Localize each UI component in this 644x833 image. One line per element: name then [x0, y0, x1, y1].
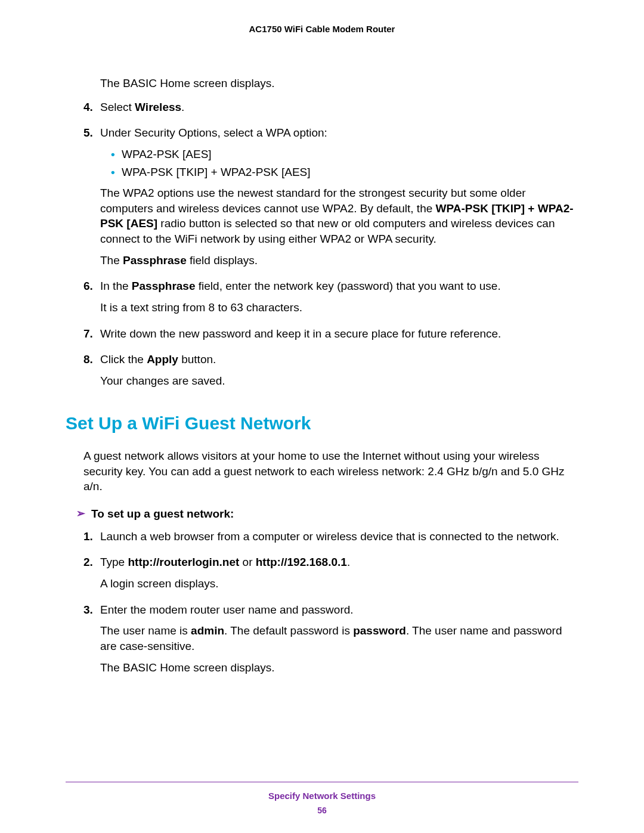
bullet-item: • WPA-PSK [TKIP] + WPA2-PSK [AES] — [111, 165, 578, 180]
guest-step-2: 2. Type http://routerlogin.net or http:/… — [66, 555, 578, 597]
text: radio button is selected so that new or … — [100, 217, 555, 245]
text: The user name is — [100, 624, 191, 637]
bold-text: password — [353, 624, 406, 637]
bold-text: Apply — [147, 353, 178, 366]
step-content: Type http://routerlogin.net or http://19… — [100, 555, 578, 597]
text: Enter the modem router user name and pas… — [100, 602, 578, 618]
text: field, enter the network key (password) … — [196, 280, 501, 292]
footer-page-number: 56 — [66, 806, 578, 815]
text: field displays. — [187, 254, 258, 267]
bullet-text: WPA2-PSK [AES] — [122, 147, 212, 162]
bold-text: http://routerlogin.net — [128, 556, 239, 568]
text: Select — [100, 101, 135, 113]
text: Your changes are saved. — [100, 373, 578, 389]
step-8: 8. Click the Apply button. Your changes … — [66, 352, 578, 394]
bullet-text: WPA-PSK [TKIP] + WPA2-PSK [AES] — [122, 165, 311, 180]
bold-text: Passphrase — [123, 254, 187, 267]
step-number: 7. — [83, 326, 100, 348]
text: Type — [100, 556, 128, 568]
bullet-icon: • — [111, 147, 122, 162]
text: In the — [100, 280, 132, 292]
footer-chapter: Specify Network Settings — [66, 791, 578, 801]
text: Launch a web browser from a computer or … — [100, 529, 578, 544]
text: It is a text string from 8 to 63 charact… — [100, 300, 578, 315]
step-number: 2. — [83, 555, 100, 597]
step-number: 8. — [83, 352, 100, 394]
step-7: 7. Write down the new password and keep … — [66, 326, 578, 348]
bold-text: http://192.168.0.1 — [256, 556, 347, 568]
step-number: 4. — [83, 100, 100, 121]
arrow-icon: ➢ — [76, 506, 85, 521]
step-number: 3. — [83, 602, 100, 682]
text: button. — [178, 353, 216, 366]
text: Click the — [100, 353, 147, 366]
step-content: Enter the modem router user name and pas… — [100, 602, 578, 682]
page-footer: Specify Network Settings 56 — [66, 782, 578, 815]
step-content: Select Wireless. — [100, 100, 578, 121]
step-number: 6. — [83, 278, 100, 321]
document-page: AC1750 WiFi Cable Modem Router The BASIC… — [0, 0, 644, 833]
guest-step-3: 3. Enter the modem router user name and … — [66, 602, 578, 682]
text: The BASIC Home screen displays. — [100, 660, 578, 676]
section-intro: A guest network allows visitors at your … — [83, 448, 578, 494]
body-content: The BASIC Home screen displays. 4. Selec… — [66, 76, 578, 681]
guest-step-1: 1. Launch a web browser from a computer … — [66, 529, 578, 550]
bullet-list: • WPA2-PSK [AES] • WPA-PSK [TKIP] + WPA2… — [111, 147, 578, 179]
task-label: To set up a guest network: — [91, 506, 234, 522]
text: . — [181, 101, 184, 113]
text: The — [100, 254, 123, 267]
step-content: Click the Apply button. Your changes are… — [100, 352, 578, 394]
text: or — [239, 556, 255, 568]
header-title: AC1750 WiFi Cable Modem Router — [249, 24, 395, 34]
text: Write down the new password and keep it … — [100, 326, 578, 342]
bold-text: Passphrase — [132, 280, 196, 292]
step-lead: Under Security Options, select a WPA opt… — [100, 125, 578, 141]
bold-text: admin — [191, 624, 224, 637]
bullet-item: • WPA2-PSK [AES] — [111, 147, 578, 162]
step-content: Write down the new password and keep it … — [100, 326, 578, 348]
step-number: 5. — [83, 125, 100, 274]
intro-line: The BASIC Home screen displays. — [100, 76, 578, 91]
task-heading: ➢ To set up a guest network: — [76, 506, 578, 522]
step-4: 4. Select Wireless. — [66, 100, 578, 121]
text: A login screen displays. — [100, 576, 578, 592]
section-heading: Set Up a WiFi Guest Network — [66, 411, 578, 436]
step-content: Launch a web browser from a computer or … — [100, 529, 578, 550]
bold-text: Wireless — [135, 101, 181, 113]
step-5: 5. Under Security Options, select a WPA … — [66, 125, 578, 274]
bullet-icon: • — [111, 165, 122, 180]
step-number: 1. — [83, 529, 100, 550]
text: . — [347, 556, 350, 568]
step-6: 6. In the Passphrase field, enter the ne… — [66, 278, 578, 321]
step-content: Under Security Options, select a WPA opt… — [100, 125, 578, 274]
step-content: In the Passphrase field, enter the netwo… — [100, 278, 578, 321]
text: . The default password is — [224, 624, 353, 637]
page-header: AC1750 WiFi Cable Modem Router — [66, 24, 578, 34]
